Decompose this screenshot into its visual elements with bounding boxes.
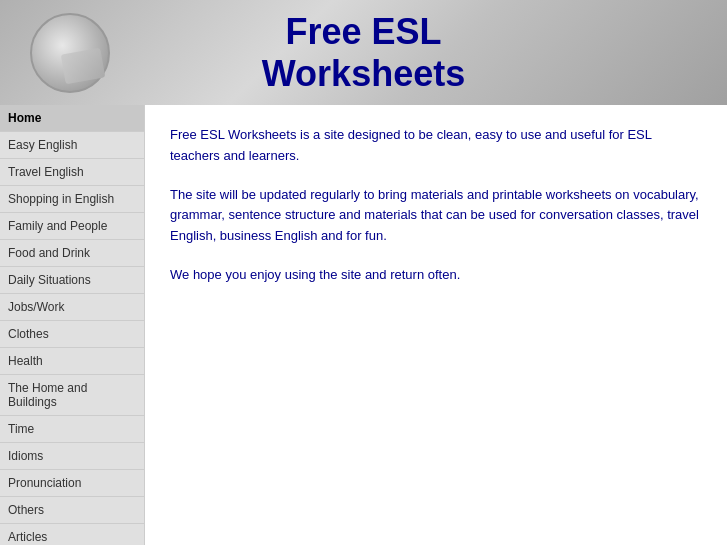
title-line1: Free ESL (262, 11, 465, 53)
sidebar-item-home[interactable]: Home (0, 105, 144, 132)
sidebar: Home Easy English Travel English Shoppin… (0, 105, 145, 545)
sidebar-item-jobs[interactable]: Jobs/Work (0, 294, 144, 321)
sidebar-item-family[interactable]: Family and People (0, 213, 144, 240)
main-content: Free ESL Worksheets is a site designed t… (145, 105, 727, 545)
sidebar-item-others[interactable]: Others (0, 497, 144, 524)
sidebar-item-easy-english[interactable]: Easy English (0, 132, 144, 159)
sidebar-item-idioms[interactable]: Idioms (0, 443, 144, 470)
page-header: Free ESL Worksheets (0, 0, 727, 105)
sidebar-item-time[interactable]: Time (0, 416, 144, 443)
sidebar-item-food[interactable]: Food and Drink (0, 240, 144, 267)
sidebar-item-shopping[interactable]: Shopping in English (0, 186, 144, 213)
sidebar-item-pronunciation[interactable]: Pronunciation (0, 470, 144, 497)
content-paragraph-2: The site will be updated regularly to br… (170, 185, 702, 247)
sidebar-item-clothes[interactable]: Clothes (0, 321, 144, 348)
page-layout: Home Easy English Travel English Shoppin… (0, 105, 727, 545)
site-title: Free ESL Worksheets (262, 11, 465, 95)
content-paragraph-3: We hope you enjoy using the site and ret… (170, 265, 702, 286)
sidebar-item-travel-english[interactable]: Travel English (0, 159, 144, 186)
sidebar-item-daily[interactable]: Daily Situations (0, 267, 144, 294)
content-paragraph-1: Free ESL Worksheets is a site designed t… (170, 125, 702, 167)
sidebar-item-articles[interactable]: Articles (0, 524, 144, 545)
title-line2: Worksheets (262, 53, 465, 95)
header-logo (30, 13, 110, 93)
sidebar-item-home-buildings[interactable]: The Home and Buildings (0, 375, 144, 416)
sidebar-item-health[interactable]: Health (0, 348, 144, 375)
